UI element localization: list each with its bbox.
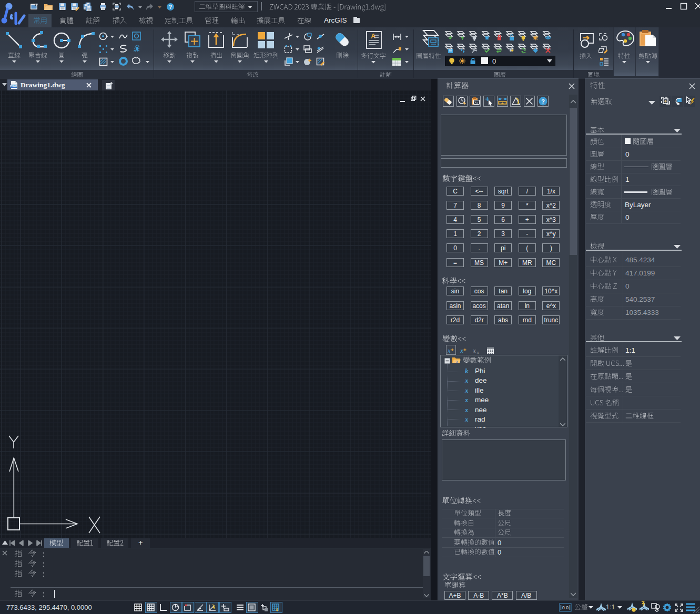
svg-text:?: ?: [541, 98, 545, 105]
svg-text:DWG: DWG: [10, 85, 17, 88]
svg-text:0.0: 0.0: [562, 605, 569, 610]
svg-text:x: x: [448, 346, 451, 354]
svg-text:x: x: [455, 359, 458, 364]
svg-text:x: x: [476, 350, 479, 354]
svg-text:A: A: [371, 32, 376, 40]
svg-text:x: x: [460, 346, 463, 354]
svg-text:x: x: [473, 346, 476, 354]
svg-text:?: ?: [169, 4, 172, 10]
